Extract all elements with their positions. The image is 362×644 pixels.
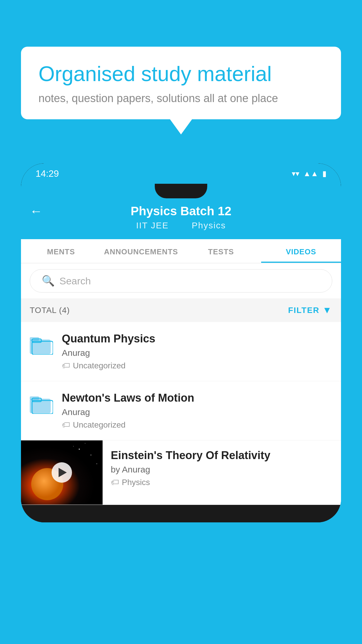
total-count-label: TOTAL (4) (30, 306, 70, 315)
list-item[interactable]: Quantum Physics Anurag 🏷 Uncategorized (21, 322, 341, 381)
item-author: Anurag (62, 348, 332, 358)
list-item[interactable]: Einstein's Theory Of Relativity by Anura… (21, 440, 341, 505)
phone-frame: 14:29 ▾▾ ▲▲ ▮ ← Physics Batch 12 IIT JEE (21, 163, 341, 522)
battery-icon: ▮ (322, 169, 326, 178)
item-tag: 🏷 Uncategorized (62, 361, 332, 370)
list-item[interactable]: Newton's Laws of Motion Anurag 🏷 Uncateg… (21, 381, 341, 440)
phone-wrapper: 14:29 ▾▾ ▲▲ ▮ ← Physics Batch 12 IIT JEE (21, 163, 341, 644)
video-thumbnail (21, 440, 103, 505)
tag-label: Uncategorized (73, 361, 126, 370)
search-placeholder: Search (59, 275, 91, 287)
play-triangle-icon (59, 468, 67, 477)
subtitle-separator (179, 220, 185, 230)
back-button[interactable]: ← (30, 204, 43, 218)
search-container: 🔍 Search (21, 263, 341, 298)
folder-icon-wrap (30, 393, 53, 415)
header-top: ← Physics Batch 12 (30, 204, 332, 218)
subtitle-iitjee: IIT JEE (136, 220, 169, 230)
filter-icon: ▼ (322, 305, 332, 316)
status-bar: 14:29 ▾▾ ▲▲ ▮ (21, 163, 341, 184)
item-info: Newton's Laws of Motion Anurag 🏷 Uncateg… (62, 392, 332, 430)
tag-label: Physics (122, 478, 150, 487)
svg-point-13 (96, 463, 97, 464)
tag-icon: 🏷 (62, 420, 70, 430)
item-title: Einstein's Theory Of Relativity (111, 449, 335, 462)
item-title: Newton's Laws of Motion (62, 392, 332, 404)
svg-point-12 (73, 446, 74, 447)
status-icons: ▾▾ ▲▲ ▮ (292, 169, 326, 178)
phone-bottom-bar (21, 505, 341, 522)
tag-icon: 🏷 (111, 477, 119, 487)
wifi-icon: ▾▾ (292, 169, 299, 178)
speech-bubble-subtitle: notes, question papers, solutions all at… (38, 92, 324, 105)
tab-ments[interactable]: MENTS (21, 239, 101, 263)
folder-icon (30, 393, 53, 414)
notch (155, 184, 207, 198)
filter-label: FILTER (288, 306, 319, 315)
tag-label: Uncategorized (73, 420, 126, 430)
video-list: Quantum Physics Anurag 🏷 Uncategorized (21, 322, 341, 505)
phone-top: 14:29 ▾▾ ▲▲ ▮ ← Physics Batch 12 IIT JEE (21, 163, 341, 239)
signal-icon: ▲▲ (303, 169, 318, 178)
speech-bubble: Organised study material notes, question… (21, 47, 341, 119)
item-author: by Anurag (111, 465, 335, 475)
speech-bubble-title: Organised study material (38, 61, 324, 86)
search-icon: 🔍 (42, 275, 55, 287)
play-button[interactable] (52, 462, 72, 483)
filter-bar: TOTAL (4) FILTER ▼ (21, 298, 341, 322)
filter-button[interactable]: FILTER ▼ (288, 305, 332, 316)
header-subtitle: IIT JEE Physics (133, 220, 229, 230)
tag-icon: 🏷 (62, 361, 70, 370)
app-header: ← Physics Batch 12 IIT JEE Physics (21, 198, 341, 239)
item-tag: 🏷 Uncategorized (62, 420, 332, 430)
search-input-box[interactable]: 🔍 Search (30, 269, 332, 293)
phone-content: MENTS ANNOUNCEMENTS TESTS VIDEOS 🔍 Searc… (21, 239, 341, 505)
subtitle-physics: Physics (192, 220, 226, 230)
notch-area (21, 184, 341, 198)
status-time: 14:29 (36, 168, 59, 179)
item-info: Einstein's Theory Of Relativity by Anura… (103, 440, 341, 493)
tab-announcements[interactable]: ANNOUNCEMENTS (101, 239, 181, 263)
svg-point-11 (91, 455, 92, 456)
item-title: Quantum Physics (62, 332, 332, 345)
folder-icon-wrap (30, 334, 53, 356)
header-title: Physics Batch 12 (131, 204, 231, 218)
tabs-bar: MENTS ANNOUNCEMENTS TESTS VIDEOS (21, 239, 341, 263)
speech-bubble-container: Organised study material notes, question… (21, 47, 341, 119)
svg-point-10 (79, 449, 80, 450)
tab-videos[interactable]: VIDEOS (261, 239, 341, 263)
item-info: Quantum Physics Anurag 🏷 Uncategorized (62, 332, 332, 370)
item-tag: 🏷 Physics (111, 477, 335, 487)
item-author: Anurag (62, 407, 332, 417)
folder-icon (30, 334, 53, 355)
tab-tests[interactable]: TESTS (181, 239, 261, 263)
svg-point-14 (85, 443, 85, 444)
